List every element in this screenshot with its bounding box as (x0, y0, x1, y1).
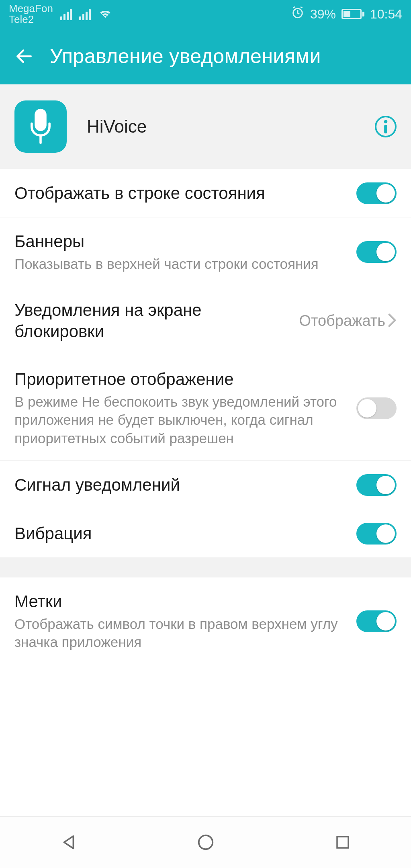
info-button[interactable] (375, 116, 397, 137)
settings-group-1: Отображать в строке состояния Баннеры По… (0, 169, 411, 557)
navigation-bar (0, 816, 411, 868)
page-title: Управление уведомлениями (50, 45, 321, 68)
svg-rect-3 (384, 125, 387, 133)
wifi-icon (98, 7, 112, 22)
back-button[interactable] (12, 44, 36, 68)
svg-rect-0 (35, 109, 47, 131)
row-title: Уведомления на экране блокировки (14, 300, 289, 342)
carrier-1: MegaFon (9, 3, 53, 14)
app-bar: Управление уведомлениями (0, 28, 411, 84)
row-priority[interactable]: Приоритетное отображение В режиме Не бес… (0, 355, 411, 461)
toggle-priority[interactable] (356, 397, 397, 419)
signal-icon-2 (79, 8, 91, 20)
toggle-vibration[interactable] (356, 523, 397, 545)
app-name: HiVoice (87, 117, 147, 137)
carrier-2: Tele2 (9, 14, 53, 25)
row-title: Метки (14, 591, 347, 612)
toggle-status-bar[interactable] (356, 182, 397, 204)
row-title: Баннеры (14, 231, 347, 252)
row-title: Приоритетное отображение (14, 369, 347, 390)
row-badges[interactable]: Метки Отображать символ точки в правом в… (0, 577, 411, 664)
row-sound[interactable]: Сигнал уведомлений (0, 461, 411, 509)
row-subtitle: Показывать в верхней части строки состоя… (14, 255, 347, 273)
app-header: HiVoice (0, 84, 411, 169)
signal-icon-1 (60, 8, 72, 20)
toggle-badges[interactable] (356, 610, 397, 632)
battery-percent: 39% (310, 7, 336, 22)
nav-home-button[interactable] (192, 828, 220, 856)
svg-point-2 (384, 120, 388, 123)
row-banners[interactable]: Баннеры Показывать в верхней части строк… (0, 217, 411, 286)
nav-recents-button[interactable] (329, 828, 357, 856)
clock-time: 10:54 (370, 7, 402, 22)
svg-rect-5 (337, 837, 348, 848)
row-title: Отображать в строке состояния (14, 183, 347, 204)
alarm-icon (291, 6, 305, 23)
battery-icon (341, 9, 364, 19)
status-right: 39% 10:54 (291, 6, 402, 23)
section-gap (0, 557, 411, 577)
toggle-banners[interactable] (356, 241, 397, 263)
settings-group-2: Метки Отображать символ точки в правом в… (0, 577, 411, 664)
row-subtitle: Отображать символ точки в правом верхнем… (14, 615, 347, 651)
status-left: MegaFon Tele2 (9, 3, 112, 25)
row-value: Отображать (299, 312, 385, 330)
row-lockscreen[interactable]: Уведомления на экране блокировки Отображ… (0, 286, 411, 355)
screen: MegaFon Tele2 39% 10:54 Управление уведо… (0, 0, 411, 868)
row-title: Вибрация (14, 523, 347, 545)
row-vibration[interactable]: Вибрация (0, 509, 411, 557)
row-subtitle: В режиме Не беспокоить звук уведомлений … (14, 393, 347, 448)
toggle-sound[interactable] (356, 474, 397, 496)
chevron-right-icon (388, 313, 397, 329)
row-status-bar[interactable]: Отображать в строке состояния (0, 169, 411, 217)
status-bar: MegaFon Tele2 39% 10:54 (0, 0, 411, 28)
row-title: Сигнал уведомлений (14, 475, 347, 496)
svg-point-4 (198, 835, 213, 850)
app-icon (14, 100, 67, 153)
nav-back-button[interactable] (55, 828, 83, 856)
carriers: MegaFon Tele2 (9, 3, 53, 25)
spacer (0, 664, 411, 816)
